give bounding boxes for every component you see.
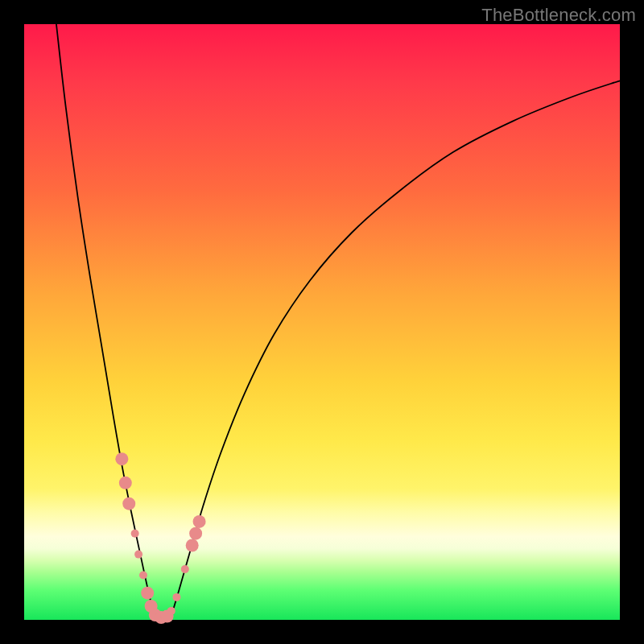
marker-dot xyxy=(189,527,202,540)
marker-dot xyxy=(172,593,180,601)
marker-dot xyxy=(141,587,154,600)
marker-dot xyxy=(134,551,142,559)
chart-svg xyxy=(24,24,620,620)
marker-dot xyxy=(139,572,147,580)
marker-dot xyxy=(186,539,199,552)
plot-area xyxy=(24,24,620,620)
curve-group xyxy=(56,24,620,620)
marker-dot xyxy=(193,515,206,528)
marker-group xyxy=(115,452,205,624)
right-branch-path xyxy=(170,80,620,620)
marker-dot xyxy=(119,477,132,489)
left-branch-path xyxy=(56,24,155,620)
marker-dot xyxy=(115,452,128,465)
marker-dot xyxy=(131,530,139,538)
marker-dot xyxy=(167,607,175,615)
marker-dot xyxy=(181,565,189,573)
chart-frame: TheBottleneck.com xyxy=(0,0,644,644)
marker-dot xyxy=(122,497,135,510)
watermark-text: TheBottleneck.com xyxy=(481,5,636,26)
